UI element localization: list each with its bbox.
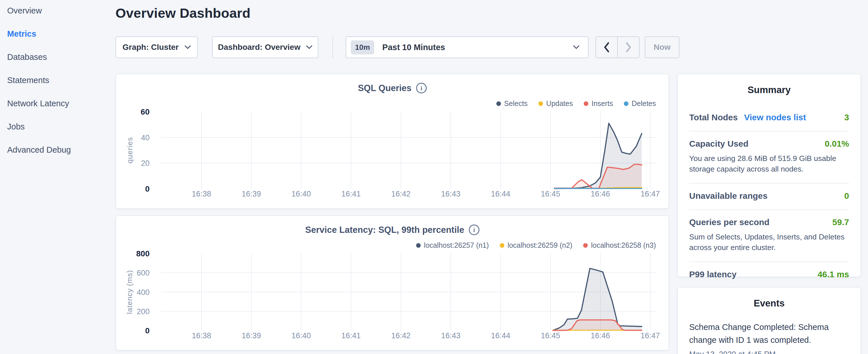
page-title: Overview Dashboard: [116, 5, 250, 21]
svg-text:16:38: 16:38: [192, 331, 211, 340]
svg-text:16:40: 16:40: [291, 331, 311, 340]
svg-text:16:42: 16:42: [391, 190, 411, 198]
svg-text:16:41: 16:41: [341, 190, 361, 198]
time-range-badge: 10m: [351, 40, 374, 55]
sidebar-item-overview[interactable]: Overview: [7, 6, 109, 15]
summary-row-label: Capacity Used: [689, 139, 748, 149]
controls-row: Graph: Cluster Dashboard: Overview 10m P…: [116, 36, 669, 58]
summary-row: P99 latency46.1 ms: [689, 262, 849, 288]
svg-text:16:43: 16:43: [441, 190, 461, 198]
event-message: Schema Change Completed: Schema change w…: [689, 321, 849, 347]
summary-row-label: Queries per second: [689, 217, 769, 227]
svg-text:16:46: 16:46: [591, 331, 610, 340]
svg-text:16:38: 16:38: [192, 190, 211, 198]
time-range-label: Past 10 Minutes: [382, 43, 445, 52]
summary-title: Summary: [678, 85, 861, 95]
summary-row-label: Total Nodes: [689, 112, 738, 122]
graph-scope-dropdown-label: Graph: Cluster: [122, 43, 179, 52]
svg-text:16:39: 16:39: [242, 331, 261, 340]
summary-row-value: 3: [844, 112, 849, 122]
time-prev-button[interactable]: [596, 37, 617, 58]
events-title: Events: [678, 298, 861, 309]
svg-text:800: 800: [136, 249, 150, 258]
summary-row-label: P99 latency: [689, 269, 737, 279]
chevron-right-icon: [625, 42, 632, 53]
svg-text:16:45: 16:45: [541, 331, 560, 340]
svg-text:16:44: 16:44: [491, 331, 510, 340]
svg-text:16:47: 16:47: [641, 331, 660, 340]
svg-text:60: 60: [141, 107, 150, 116]
summary-row-value: 0: [844, 191, 849, 201]
summary-row-label: Unavailable ranges: [689, 191, 767, 201]
dashboard-dropdown[interactable]: Dashboard: Overview: [212, 36, 318, 58]
events-panel: Events Schema Change Completed: Schema c…: [677, 287, 861, 354]
time-step-button-group: [595, 36, 640, 58]
view-nodes-list-link[interactable]: View nodes list: [744, 112, 806, 122]
plot-area[interactable]: 16:3816:3916:4016:4116:4216:4316:4416:45…: [116, 74, 670, 210]
svg-text:400: 400: [137, 288, 150, 297]
sidebar-item-network-latency[interactable]: Network Latency: [7, 99, 109, 108]
svg-text:16:46: 16:46: [591, 190, 610, 198]
dashboard-dropdown-label: Dashboard: Overview: [218, 43, 301, 52]
summary-row-value: 46.1 ms: [817, 269, 849, 279]
time-next-button: [617, 37, 639, 58]
chevron-down-icon: [306, 45, 312, 49]
summary-row-value: 59.7: [833, 217, 849, 227]
plot-area[interactable]: 16:3816:3916:4016:4116:4216:4316:4416:45…: [116, 216, 670, 351]
svg-text:16:40: 16:40: [291, 190, 311, 198]
sidebar-item-databases[interactable]: Databases: [7, 53, 109, 61]
svg-text:16:41: 16:41: [341, 331, 361, 340]
chevron-down-icon: [185, 45, 191, 49]
sidebar-item-metrics[interactable]: Metrics: [7, 30, 109, 38]
sidebar-item-jobs[interactable]: Jobs: [7, 122, 109, 131]
summary-row-description: Sum of Selects, Updates, Inserts, and De…: [689, 232, 849, 253]
svg-text:16:42: 16:42: [391, 331, 411, 340]
svg-text:16:44: 16:44: [491, 190, 510, 198]
svg-text:16:47: 16:47: [641, 190, 660, 198]
summary-row: Unavailable ranges0: [689, 184, 849, 210]
svg-text:0: 0: [145, 185, 150, 193]
svg-text:40: 40: [141, 133, 150, 142]
controls-divider: [333, 36, 333, 58]
service-latency-chart-card: Service Latency: SQL, 99th percentile i …: [116, 215, 669, 351]
summary-row: Capacity Used0.01%You are using 28.6 MiB…: [689, 131, 849, 184]
sidebar-item-advanced-debug[interactable]: Advanced Debug: [7, 146, 109, 154]
svg-text:600: 600: [137, 269, 150, 277]
summary-rows: Total NodesView nodes list3Capacity Used…: [689, 105, 849, 288]
svg-text:200: 200: [137, 307, 150, 316]
summary-row-description: You are using 28.6 MiB of 515.9 GiB usab…: [689, 153, 849, 174]
event-timestamp: May 13, 2020 at 4:45 PM: [689, 350, 849, 354]
graph-scope-dropdown[interactable]: Graph: Cluster: [116, 36, 198, 58]
chevron-down-icon: [573, 45, 580, 49]
sidebar: OverviewMetricsDatabasesStatementsNetwor…: [7, 6, 109, 169]
summary-row: Queries per second59.7Sum of Selects, Up…: [689, 210, 849, 262]
sidebar-item-statements[interactable]: Statements: [7, 76, 109, 85]
summary-row-value: 0.01%: [825, 139, 849, 149]
svg-text:0: 0: [145, 326, 150, 335]
svg-text:16:45: 16:45: [541, 190, 560, 198]
time-range-dropdown[interactable]: 10m Past 10 Minutes: [346, 36, 589, 58]
summary-row: Total NodesView nodes list3: [689, 105, 849, 131]
sql-queries-chart-card: SQL Queries i SelectsUpdatesInsertsDelet…: [116, 74, 669, 209]
now-button: Now: [645, 36, 679, 58]
svg-text:16:43: 16:43: [441, 331, 461, 340]
svg-text:16:39: 16:39: [242, 190, 261, 198]
chevron-left-icon: [603, 42, 610, 53]
svg-text:20: 20: [141, 159, 150, 167]
summary-panel: Summary Total NodesView nodes list3Capac…: [677, 74, 861, 277]
